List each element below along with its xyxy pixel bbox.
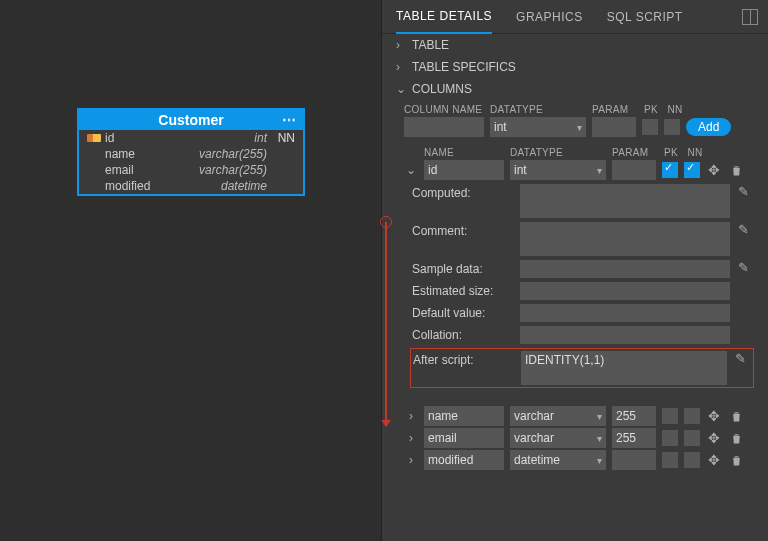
- header-datatype: DATATYPE: [510, 147, 606, 158]
- column-pk-checkbox[interactable]: [662, 162, 678, 178]
- header-pk: PK: [642, 104, 660, 115]
- entity-col-name: id: [105, 131, 177, 145]
- after-script-label: After script:: [413, 351, 513, 367]
- column-datatype-select[interactable]: int▾: [510, 160, 606, 180]
- section-table-specifics[interactable]: TABLE SPECIFICS: [382, 56, 768, 78]
- entity-col-name: name: [105, 147, 177, 161]
- sample-data-input[interactable]: [520, 260, 730, 278]
- estimated-size-label: Estimated size:: [412, 282, 512, 298]
- entity-title[interactable]: Customer ⋯: [79, 110, 303, 130]
- column-nn-checkbox[interactable]: [684, 162, 700, 178]
- new-column-param-input[interactable]: [592, 117, 636, 137]
- comment-label: Comment:: [412, 222, 512, 238]
- header-column-name: COLUMN NAME: [404, 104, 484, 115]
- entity-row[interactable]: email varchar(255): [79, 162, 303, 178]
- header-param: PARAM: [612, 147, 656, 158]
- header-name: NAME: [424, 147, 504, 158]
- column-datatype-select[interactable]: varchar▾: [510, 428, 606, 448]
- column-name-input[interactable]: [424, 160, 504, 180]
- move-icon[interactable]: ✥: [706, 430, 722, 446]
- entity-col-type: datetime: [177, 179, 267, 193]
- edit-icon[interactable]: ✎: [738, 222, 754, 237]
- after-script-highlight: After script: ✎: [410, 348, 754, 388]
- column-pk-checkbox[interactable]: [662, 430, 678, 446]
- estimated-size-input[interactable]: [520, 282, 730, 300]
- move-icon[interactable]: ✥: [706, 162, 722, 178]
- header-nn: NN: [666, 104, 684, 115]
- panel-layout-icon[interactable]: [742, 9, 758, 25]
- column-param-input[interactable]: [612, 428, 656, 448]
- move-icon[interactable]: ✥: [706, 452, 722, 468]
- delete-icon[interactable]: [728, 452, 744, 468]
- add-column-button[interactable]: Add: [686, 118, 731, 136]
- column-nn-checkbox[interactable]: [684, 408, 700, 424]
- column-pk-checkbox[interactable]: [662, 452, 678, 468]
- entity-col-type: varchar(255): [177, 147, 267, 161]
- edit-icon[interactable]: ✎: [735, 351, 751, 366]
- column-nn-checkbox[interactable]: [684, 430, 700, 446]
- column-datatype-select[interactable]: datetime▾: [510, 450, 606, 470]
- new-column-nn-checkbox[interactable]: [664, 119, 680, 135]
- entity-menu-icon[interactable]: ⋯: [282, 112, 297, 128]
- move-icon[interactable]: ✥: [706, 408, 722, 424]
- column-expand-toggle[interactable]: ›: [404, 409, 418, 423]
- caret-down-icon: ▾: [597, 411, 602, 422]
- collation-label: Collation:: [412, 326, 512, 342]
- new-column-pk-checkbox[interactable]: [642, 119, 658, 135]
- entity-row[interactable]: id int NN: [79, 130, 303, 146]
- entity-row[interactable]: name varchar(255): [79, 146, 303, 162]
- panel-tabs: TABLE DETAILS GRAPHICS SQL SCRIPT: [382, 0, 768, 34]
- delete-icon[interactable]: [728, 162, 744, 178]
- edit-icon[interactable]: ✎: [738, 260, 754, 275]
- column-datatype-select[interactable]: varchar▾: [510, 406, 606, 426]
- entity-customer[interactable]: Customer ⋯ id int NN name varchar(255) e…: [77, 108, 305, 196]
- caret-down-icon: ▾: [577, 122, 582, 133]
- column-param-input[interactable]: [612, 160, 656, 180]
- column-expand-toggle[interactable]: ›: [404, 431, 418, 445]
- tab-table-details[interactable]: TABLE DETAILS: [396, 0, 492, 34]
- new-column-datatype-select[interactable]: int▾: [490, 117, 586, 137]
- entity-col-type: int: [177, 131, 267, 145]
- delete-icon[interactable]: [728, 430, 744, 446]
- header-pk: PK: [662, 147, 680, 158]
- entity-col-name: modified: [105, 179, 177, 193]
- caret-down-icon: ▾: [597, 455, 602, 466]
- column-pk-checkbox[interactable]: [662, 408, 678, 424]
- column-nn-checkbox[interactable]: [684, 452, 700, 468]
- column-name-input[interactable]: [424, 428, 504, 448]
- caret-down-icon: ▾: [597, 165, 602, 176]
- column-expand-toggle[interactable]: ⌄: [404, 163, 418, 177]
- header-nn: NN: [686, 147, 704, 158]
- entity-row[interactable]: modified datetime: [79, 178, 303, 194]
- collation-input[interactable]: [520, 326, 730, 344]
- entity-col-nn: NN: [267, 131, 295, 145]
- tab-graphics[interactable]: GRAPHICS: [516, 1, 583, 33]
- header-datatype: DATATYPE: [490, 104, 586, 115]
- new-column-name-input[interactable]: [404, 117, 484, 137]
- column-name-input[interactable]: [424, 450, 504, 470]
- computed-input[interactable]: [520, 184, 730, 218]
- after-script-input[interactable]: [521, 351, 727, 385]
- section-table[interactable]: TABLE: [382, 34, 768, 56]
- caret-down-icon: ▾: [597, 433, 602, 444]
- model-canvas[interactable]: Customer ⋯ id int NN name varchar(255) e…: [0, 0, 381, 541]
- column-expand-toggle[interactable]: ›: [404, 453, 418, 467]
- delete-icon[interactable]: [728, 408, 744, 424]
- annotation-arrow: [385, 222, 387, 426]
- computed-label: Computed:: [412, 184, 512, 200]
- chevron-right-icon: [396, 60, 408, 74]
- column-param-input[interactable]: [612, 406, 656, 426]
- comment-input[interactable]: [520, 222, 730, 256]
- tab-sql-script[interactable]: SQL SCRIPT: [607, 1, 683, 33]
- column-name-input[interactable]: [424, 406, 504, 426]
- entity-col-name: email: [105, 163, 177, 177]
- entity-col-type: varchar(255): [177, 163, 267, 177]
- chevron-down-icon: [396, 82, 408, 96]
- default-value-label: Default value:: [412, 304, 512, 320]
- edit-icon[interactable]: ✎: [738, 184, 754, 199]
- chevron-right-icon: [396, 38, 408, 52]
- section-columns[interactable]: COLUMNS: [382, 78, 768, 100]
- sample-data-label: Sample data:: [412, 260, 512, 276]
- default-value-input[interactable]: [520, 304, 730, 322]
- column-param-input[interactable]: [612, 450, 656, 470]
